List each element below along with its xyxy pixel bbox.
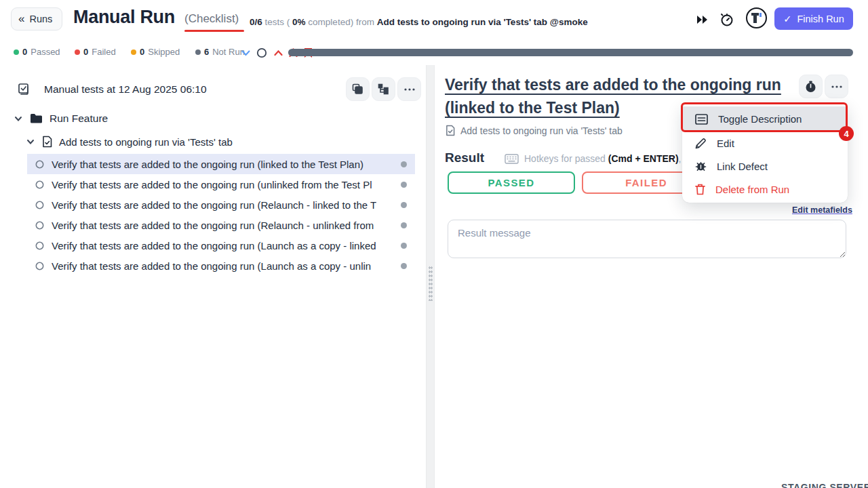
stopwatch-filled-icon <box>805 81 816 93</box>
tree-folder-run-feature[interactable]: Run Feature <box>14 113 108 125</box>
finish-run-label: Finish Run <box>797 14 844 24</box>
tree-suite[interactable]: Add tests to ongoing run via 'Tests' tab <box>26 136 233 148</box>
failed-dot-icon <box>75 49 80 55</box>
tests-count: 0/6 <box>250 17 262 27</box>
stat-notrun: 6 Not Run <box>195 47 245 57</box>
passed-label: Passed <box>31 47 60 57</box>
edit-metafields-link[interactable]: Edit metafields <box>792 205 852 215</box>
page-title: Manual Run <box>73 7 175 28</box>
collapse-chevron-down-icon[interactable] <box>239 46 252 60</box>
menu-item-delete-from-run[interactable]: Delete from Run <box>682 178 848 201</box>
passed-count: 0 <box>22 47 27 57</box>
test-row[interactable]: Verify that tests are added to the ongoi… <box>27 235 415 256</box>
notrun-pip-icon <box>401 263 407 269</box>
notrun-pip-icon <box>401 161 407 167</box>
top-bar: « Runs Manual Run (Checklist) 0/6 tests … <box>0 0 868 39</box>
test-status-circle-icon <box>35 221 44 230</box>
test-title: Verify that tests are added to the ongoi… <box>52 159 363 170</box>
menu-item-label: Delete from Run <box>715 184 789 195</box>
stat-skipped: 0 Skipped <box>131 47 180 57</box>
result-heading: Result <box>445 150 484 165</box>
notrun-pip-icon <box>401 202 407 208</box>
stat-failed: 0 Failed <box>75 47 116 57</box>
menu-item-label: Link Defect <box>717 161 768 172</box>
test-row[interactable]: Verify that tests are added to the ongoi… <box>27 154 415 174</box>
test-more-button[interactable] <box>825 75 848 98</box>
file-check-icon <box>446 125 455 136</box>
notrun-pip-icon <box>401 222 407 228</box>
stopwatch-icon[interactable] <box>717 10 736 29</box>
completed-word: completed) from <box>308 17 374 27</box>
circle-filter-icon[interactable] <box>255 46 269 60</box>
hotkeys-text: Hotkeys for passed (Cmd + ENTER), fai <box>524 153 694 164</box>
run-group-title: Manual tests at 12 Aug 2025 06:10 <box>44 83 207 96</box>
run-source: Add tests to ongoing run via 'Tests' tab… <box>377 17 588 27</box>
panel-resize-handle[interactable] <box>426 65 435 488</box>
result-message-input[interactable] <box>448 220 846 258</box>
finish-run-button[interactable]: ✓ Finish Run <box>774 7 853 30</box>
priority-up-icon[interactable] <box>271 46 285 60</box>
bug-icon <box>695 161 707 172</box>
test-status-circle-icon <box>35 262 44 270</box>
test-title: Verify that tests are added to the ongoi… <box>52 179 372 190</box>
status-summary-row: 0 Passed 0 Failed 0 Skipped 6 Not Run <box>0 43 868 62</box>
file-check-icon <box>42 136 52 148</box>
test-title: Verify that tests are added to the ongoi… <box>52 240 376 251</box>
menu-item-edit[interactable]: Edit <box>682 131 848 155</box>
annotation-badge: 4 <box>839 126 854 141</box>
fast-forward-icon[interactable] <box>693 10 712 29</box>
menu-item-label: Edit <box>717 138 734 149</box>
notrun-pip-icon <box>401 243 407 249</box>
skipped-label: Skipped <box>148 47 180 57</box>
suite-reference[interactable]: Add tests to ongoing run via 'Tests' tab <box>446 125 623 136</box>
suite-reference-label: Add tests to ongoing run via 'Tests' tab <box>460 125 623 136</box>
checklist-subtitle[interactable]: (Checklist) <box>184 12 239 25</box>
passed-button[interactable]: PASSED <box>448 171 575 194</box>
app-window: « Runs Manual Run (Checklist) 0/6 tests … <box>0 0 868 488</box>
test-row[interactable]: Verify that tests are added to the ongoi… <box>27 174 415 195</box>
back-to-runs-label: Runs <box>29 14 52 24</box>
test-row[interactable]: Verify that tests are added to the ongoi… <box>27 195 415 215</box>
checklist-icon <box>18 83 31 98</box>
test-status-circle-icon <box>35 241 44 250</box>
run-progress-bar[interactable] <box>288 49 853 56</box>
timer-button[interactable] <box>799 75 823 98</box>
test-status-circle-icon <box>35 180 44 189</box>
stat-passed: 0 Passed <box>14 47 60 57</box>
trash-icon <box>695 184 705 195</box>
testomat-logo[interactable] <box>746 7 767 28</box>
chevron-down-icon <box>14 114 23 123</box>
description-icon <box>695 114 708 125</box>
test-title: Verify that tests are added to the ongoi… <box>52 260 371 272</box>
notrun-dot-icon <box>195 49 201 55</box>
folder-icon <box>30 113 43 124</box>
environment-label: STAGING SERVER <box>781 482 868 488</box>
test-context-menu: Toggle Description Edit Link Defect Dele… <box>682 103 848 203</box>
hotkeys-hint: Hotkeys for passed (Cmd + ENTER), fai <box>505 153 694 164</box>
failed-count: 0 <box>83 47 88 57</box>
test-row[interactable]: Verify that tests are added to the ongoi… <box>27 256 415 276</box>
menu-item-toggle-description[interactable]: Toggle Description <box>682 106 848 131</box>
panel-more-button[interactable] <box>397 77 421 101</box>
copy-tests-button[interactable] <box>346 77 370 101</box>
notrun-count: 6 <box>204 47 209 57</box>
check-icon: ✓ <box>783 14 791 24</box>
test-row[interactable]: Verify that tests are added to the ongoi… <box>27 215 415 235</box>
keyboard-icon <box>505 154 519 164</box>
failed-label: Failed <box>92 47 115 57</box>
test-title: Verify that tests are added to the ongoi… <box>52 220 374 231</box>
test-title: Verify that tests are added to the ongoi… <box>52 199 376 211</box>
back-to-runs-button[interactable]: « Runs <box>11 7 62 30</box>
suite-label: Add tests to ongoing run via 'Tests' tab <box>59 136 233 148</box>
menu-item-label: Toggle Description <box>718 113 802 125</box>
menu-item-link-defect[interactable]: Link Defect <box>682 155 848 178</box>
run-stats-text: 0/6 tests ( 0% completed) from Add tests… <box>250 17 588 27</box>
tests-word: tests ( <box>265 17 290 27</box>
tree-view-button[interactable] <box>372 77 395 101</box>
passed-dot-icon <box>14 49 19 55</box>
red-underline-annotation <box>184 30 244 32</box>
pencil-icon <box>695 138 707 149</box>
skipped-dot-icon <box>131 49 136 55</box>
grip-dots-icon <box>429 266 433 301</box>
skipped-count: 0 <box>140 47 144 57</box>
